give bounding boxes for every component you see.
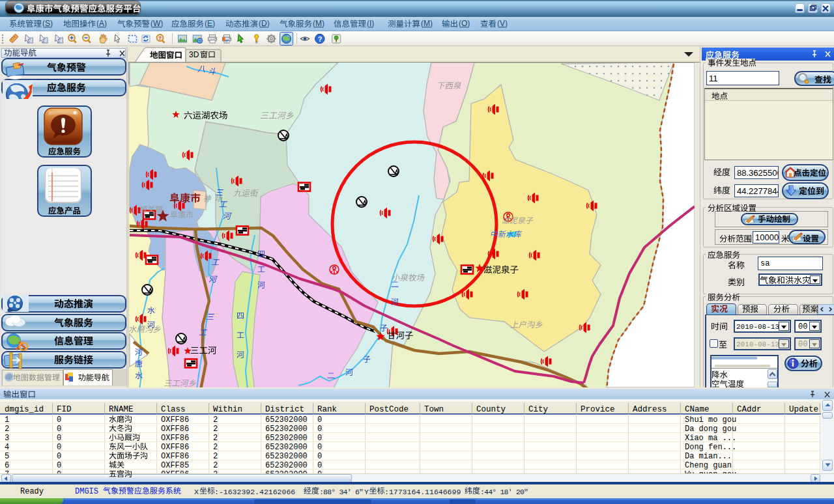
svg-text:PostCode: PostCode	[369, 405, 409, 414]
svg-text:0: 0	[317, 415, 322, 425]
svg-text:0: 0	[317, 461, 322, 470]
svg-text:Da mian...: Da mian...	[685, 452, 732, 461]
svg-text:Provice: Provice	[581, 405, 615, 414]
svg-text:0: 0	[57, 434, 61, 443]
svg-text:CName: CName	[685, 405, 710, 414]
svg-text:4: 4	[5, 443, 9, 452]
svg-text:2: 2	[213, 434, 218, 443]
svg-text:FID: FID	[57, 405, 72, 414]
svg-text:OXFF86: OXFF86	[161, 452, 189, 461]
svg-text:OXFF86: OXFF86	[161, 434, 189, 443]
svg-text:652302000: 652302000	[265, 461, 308, 470]
svg-text:0: 0	[57, 443, 61, 452]
svg-text:dmgis_id: dmgis_id	[5, 405, 44, 414]
svg-text:652302000: 652302000	[265, 452, 308, 461]
svg-text:2: 2	[213, 443, 218, 452]
svg-text:County: County	[476, 405, 506, 414]
svg-text:OXFF86: OXFF86	[161, 415, 189, 425]
svg-text:3: 3	[5, 434, 9, 443]
svg-text:Dong fen...: Dong fen...	[685, 443, 736, 452]
svg-text:Cheng guan: Cheng guan	[685, 461, 732, 470]
svg-text:OXFF86: OXFF86	[161, 443, 189, 452]
svg-text:Da dong gou: Da dong gou	[685, 425, 736, 434]
svg-text:?: ?	[318, 35, 323, 43]
svg-text:City: City	[528, 405, 549, 414]
svg-text:1: 1	[5, 415, 9, 425]
svg-text:Within: Within	[213, 405, 242, 414]
svg-text:0: 0	[57, 452, 61, 461]
svg-text:Rank: Rank	[317, 405, 337, 414]
svg-text:652302000: 652302000	[265, 434, 308, 443]
svg-text:0: 0	[317, 443, 322, 452]
svg-text:Town: Town	[424, 405, 444, 414]
svg-text:OXFF86: OXFF86	[161, 425, 189, 434]
svg-text:652302000: 652302000	[265, 425, 308, 434]
svg-text:?: ?	[158, 35, 162, 41]
svg-text:CAddr: CAddr	[737, 405, 762, 414]
svg-text:Update: Update	[789, 405, 818, 414]
svg-text:OXFF85: OXFF85	[161, 461, 189, 470]
svg-text:0: 0	[317, 452, 322, 461]
svg-text:Shui mo gou: Shui mo gou	[685, 415, 736, 425]
svg-text:5: 5	[5, 452, 9, 461]
svg-text:0: 0	[57, 415, 61, 425]
svg-text:2: 2	[213, 425, 218, 434]
svg-text:652302000: 652302000	[265, 415, 308, 425]
svg-text:652302000: 652302000	[265, 443, 308, 452]
svg-text:2: 2	[213, 415, 218, 425]
svg-text:District: District	[265, 405, 304, 414]
svg-text:2: 2	[213, 461, 218, 470]
svg-text:Address: Address	[633, 405, 667, 414]
svg-text:2: 2	[5, 425, 9, 434]
svg-text:Xiao ma ...: Xiao ma ...	[685, 434, 736, 443]
svg-text:0: 0	[317, 434, 322, 443]
svg-text:RNAME: RNAME	[109, 405, 134, 414]
svg-text:0: 0	[57, 425, 61, 434]
svg-text:2: 2	[213, 452, 218, 461]
svg-text:0: 0	[317, 425, 322, 434]
svg-text:0: 0	[57, 461, 61, 470]
svg-text:Class: Class	[161, 405, 186, 414]
svg-text:6: 6	[5, 461, 9, 470]
